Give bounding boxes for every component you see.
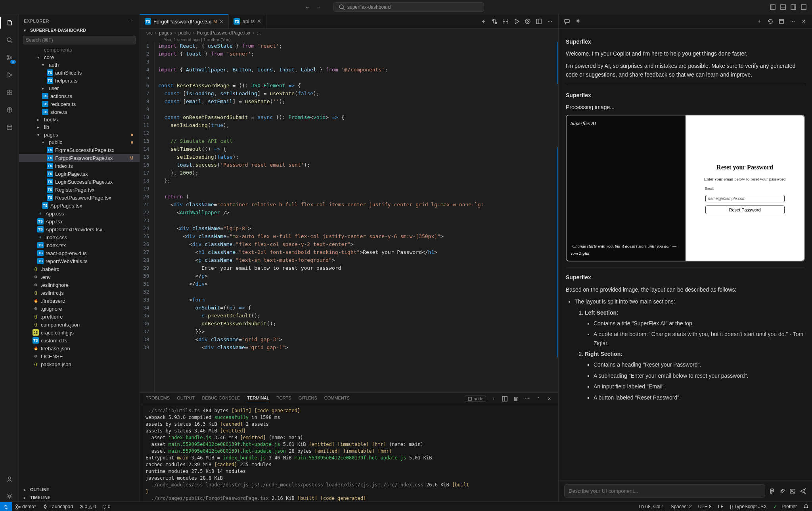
file-item[interactable]: TSForgotPasswordPage.tsxM — [19, 154, 140, 162]
extensions-icon[interactable] — [4, 87, 15, 98]
file-item[interactable]: {}.prettierrc — [19, 313, 140, 321]
command-center[interactable]: superflex-dashboard — [333, 2, 484, 12]
search-icon[interactable] — [4, 35, 15, 45]
eol[interactable]: LF — [715, 504, 727, 509]
file-item[interactable]: TScustom.d.ts — [19, 336, 140, 344]
file-item[interactable]: TSreducers.ts — [19, 100, 140, 108]
run-icon[interactable] — [513, 18, 520, 25]
problems-indicator[interactable]: ⊘ 0 △ 0 — [76, 504, 99, 509]
code-lens[interactable]: You, 1 second ago | 1 author (You) — [140, 37, 558, 42]
kill-terminal-icon[interactable] — [512, 395, 519, 402]
file-item[interactable]: {}.babelrc — [19, 265, 140, 273]
diff-icon[interactable] — [502, 18, 509, 25]
terminal[interactable]: ./src/lib/utils.ts 484 bytes [built] [co… — [140, 405, 558, 501]
encoding[interactable]: UTF-8 — [695, 504, 715, 509]
file-item[interactable]: TSreportWebVitals.ts — [19, 257, 140, 265]
tab-more-icon[interactable]: ⋯ — [546, 18, 553, 25]
image-icon[interactable] — [789, 488, 796, 495]
language-mode[interactable]: {} TypeScript JSX — [727, 504, 770, 509]
chat-icon[interactable] — [563, 18, 571, 25]
file-item[interactable]: TSLoginSuccessfulPage.tsx — [19, 178, 140, 186]
file-item[interactable]: TSreact-app-env.d.ts — [19, 249, 140, 257]
figma-icon[interactable] — [768, 488, 776, 495]
close-tab-icon[interactable]: ✕ — [219, 19, 224, 25]
project-section[interactable]: ▾SUPERFLEX-DASHBOARD — [19, 26, 140, 34]
file-item[interactable]: ⚙LICENSE — [19, 352, 140, 360]
ports-indicator[interactable]: ⬡ 0 — [99, 504, 113, 509]
launchpad[interactable]: Launchpad — [39, 504, 76, 509]
branch-indicator[interactable]: demo* — [12, 504, 39, 509]
refresh-icon[interactable] — [767, 18, 774, 25]
attach-icon[interactable] — [779, 488, 786, 495]
file-item[interactable]: {}components.json — [19, 321, 140, 328]
file-item[interactable]: 🔥firebase.json — [19, 344, 140, 352]
send-icon[interactable] — [799, 488, 806, 495]
new-chat-icon[interactable]: + — [756, 18, 763, 25]
file-item[interactable]: TSResetPasswordPage.tsx — [19, 194, 140, 202]
new-terminal-icon[interactable]: + — [490, 395, 497, 402]
outline-section[interactable]: ▸OUTLINE — [19, 486, 140, 494]
nav-forward-icon[interactable]: → — [315, 4, 322, 11]
folder-item[interactable]: ▸lib — [19, 123, 140, 131]
file-item[interactable]: TShelpers.ts — [19, 77, 140, 85]
file-item[interactable]: TSindex.ts — [19, 162, 140, 170]
panel-tab-terminal[interactable]: TERMINAL — [247, 396, 269, 402]
folder-item[interactable]: ▸hooks — [19, 116, 140, 123]
source-control-icon[interactable]: 1 — [4, 52, 15, 63]
file-item[interactable]: JScraco.config.js — [19, 328, 140, 336]
file-item[interactable]: TSauthSlice.ts — [19, 69, 140, 77]
indentation[interactable]: Spaces: 2 — [667, 504, 695, 509]
file-item[interactable]: #App.css — [19, 209, 140, 217]
run-all-icon[interactable] — [524, 18, 531, 25]
file-item[interactable]: {}package.json — [19, 360, 140, 368]
panel-tab-comments[interactable]: COMMENTS — [324, 396, 350, 402]
file-item[interactable]: TSindex.tsx — [19, 241, 140, 249]
editor-tab[interactable]: TSapi.ts✕ — [229, 14, 266, 28]
file-item[interactable]: ⚙.env — [19, 273, 140, 281]
file-item[interactable]: 🔥.firebaserc — [19, 297, 140, 305]
code-editor[interactable]: import React, { useState } from 'react';… — [154, 42, 558, 392]
panel-tab-gitlens[interactable]: GITLENS — [299, 396, 317, 402]
sparkle-icon[interactable] — [575, 18, 582, 25]
layout-primary-icon[interactable] — [769, 4, 776, 11]
file-item[interactable]: TSLoginPage.tsx — [19, 170, 140, 178]
toggle-icon[interactable] — [480, 18, 487, 25]
remote-indicator[interactable] — [0, 502, 12, 511]
panel-tab-ports[interactable]: PORTS — [276, 396, 291, 402]
maximize-panel-icon[interactable]: ⌃ — [534, 395, 542, 402]
editor-tab[interactable]: TSForgotPasswordPage.tsxM✕ — [140, 14, 229, 28]
file-item[interactable]: ⚙.eslintignore — [19, 281, 140, 289]
db-icon[interactable] — [4, 122, 15, 133]
split-icon[interactable] — [535, 18, 542, 25]
close-copilot-icon[interactable]: ✕ — [800, 18, 807, 25]
nav-back-icon[interactable]: ← — [304, 4, 311, 11]
file-item[interactable]: TSAppContextProviders.tsx — [19, 225, 140, 233]
close-panel-icon[interactable]: ✕ — [546, 395, 553, 402]
file-item[interactable]: components — [19, 46, 140, 54]
explorer-icon[interactable] — [4, 17, 15, 28]
panel-tab-debug-console[interactable]: DEBUG CONSOLE — [202, 396, 240, 402]
prettier[interactable]: ✓ Prettier — [770, 504, 800, 509]
file-item[interactable]: ⚙.gitignore — [19, 305, 140, 313]
layout-custom-icon[interactable] — [800, 4, 807, 11]
folder-item[interactable]: ▾core — [19, 54, 140, 61]
breadcrumbs[interactable]: src›pages›public›ForgotPasswordPage.tsx›… — [140, 29, 558, 37]
folder-item[interactable]: ▾pages — [19, 131, 140, 138]
timeline-section[interactable]: ▸TIMELINE — [19, 494, 140, 501]
folder-item[interactable]: ▾public — [19, 138, 140, 146]
tree-search-input[interactable] — [23, 36, 136, 44]
terminal-profile[interactable]: node — [465, 396, 486, 402]
layout-bottom-icon[interactable] — [779, 4, 787, 11]
split-terminal-icon[interactable] — [501, 395, 508, 402]
more-icon[interactable]: ⋯ — [128, 17, 135, 25]
file-item[interactable]: TSFigmaSuccessfulPage.tsx — [19, 146, 140, 154]
folder-item[interactable]: ▾auth — [19, 61, 140, 69]
folder-item[interactable]: ▸user — [19, 85, 140, 92]
file-item[interactable]: #index.css — [19, 233, 140, 241]
file-item[interactable]: TSstore.ts — [19, 108, 140, 116]
file-item[interactable]: TSAppPages.tsx — [19, 202, 140, 209]
layout-secondary-icon[interactable] — [790, 4, 797, 11]
settings-icon[interactable] — [4, 491, 15, 501]
panel-tab-problems[interactable]: PROBLEMS — [146, 396, 170, 402]
file-item[interactable]: {}.eslintrc.js — [19, 289, 140, 297]
